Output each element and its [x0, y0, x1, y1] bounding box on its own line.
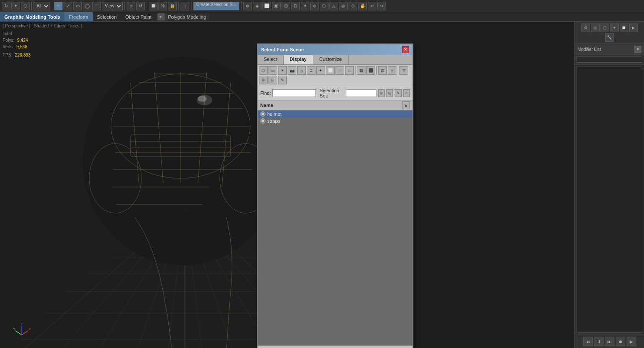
dt-icon-box[interactable]: ▭ [268, 66, 277, 75]
menu-graphite[interactable]: Graphite Modeling Tools [0, 12, 64, 21]
toolbar-sep-5 [178, 2, 179, 10]
toolbar-lasso-icon[interactable]: ⌒ [92, 2, 101, 10]
toolbar-bone-icon[interactable]: ⌇ [181, 2, 189, 10]
toolbar-icon-extra14[interactable]: ↩ [368, 2, 376, 10]
dt-icon-grid2[interactable]: ▦ [357, 66, 366, 75]
rpb-icon-prev-frame[interactable]: ⏮ [583, 337, 593, 346]
svg-point-22 [83, 57, 283, 265]
toolbar-icon-extra12[interactable]: ⊙ [349, 2, 357, 10]
dialog-ss-btn-2[interactable]: ⊟ [386, 89, 393, 97]
toolbar-icon-extra13[interactable]: 🖐 [358, 2, 367, 10]
rp-icon-anim[interactable]: ▶ [629, 23, 638, 32]
toolbar-icon-extra1[interactable]: ⊕ [243, 2, 252, 10]
dt-icon-helper[interactable]: △ [297, 66, 306, 75]
dt-icon-fill[interactable]: ⬛ [366, 66, 375, 75]
toolbar-lock-icon[interactable]: 🔒 [168, 2, 177, 10]
toolbar-percent-icon[interactable]: % [158, 2, 167, 10]
dialog-tab-customize[interactable]: Customize [313, 55, 349, 64]
dt-icon-tree[interactable]: ≡ [388, 66, 396, 75]
menu-selection[interactable]: Selection [93, 12, 121, 21]
select-from-scene-dialog: Select From Scene ✕ Select Display Custo… [257, 44, 413, 348]
dialog-tab-select[interactable]: Select [258, 55, 284, 64]
dialog-ss-btn-1[interactable]: ⊕ [378, 89, 385, 97]
dialog-ss-btn-3[interactable]: ✎ [395, 89, 401, 97]
viewport-area[interactable]: [ Perspective ] [ Shaded + Edged Faces ]… [0, 22, 574, 348]
menu-object-paint[interactable]: Object Paint [121, 12, 156, 21]
dt-icon-particles[interactable]: 〰 [335, 66, 344, 75]
menu-pin[interactable]: ▾ [158, 13, 164, 20]
dialog-list[interactable]: helmet straps [258, 110, 413, 345]
dt-icon-filter[interactable]: ▽ [399, 66, 408, 75]
dialog-title: Select From Scene [261, 47, 304, 52]
verts-value: 9,568 [17, 44, 27, 50]
toolbar-icon-extra8[interactable]: ⊕ [310, 2, 319, 10]
toolbar-icon-extra2[interactable]: ◈ [253, 2, 262, 10]
toolbar-sep-6 [191, 2, 191, 10]
item-radio-helmet [260, 111, 265, 117]
rp-icon-display[interactable]: ⚙ [581, 23, 590, 32]
svg-point-44 [198, 96, 207, 102]
toolbar-icon-extra11[interactable]: ◎ [339, 2, 348, 10]
toolbar-move-icon[interactable]: ✛ [127, 2, 135, 10]
toolbar-icon-3[interactable]: ⬡ [21, 2, 30, 10]
list-item-helmet[interactable]: helmet [258, 110, 413, 117]
toolbar-icon-extra3[interactable]: ⬜ [262, 2, 271, 10]
toolbar-icon-extra7[interactable]: ✦ [301, 2, 309, 10]
stats-overlay: Total Polys: 9,424 Verts: 9,568 FPS: 226… [3, 30, 30, 58]
modifier-content [577, 67, 642, 333]
rp-icon-util[interactable]: 🔧 [605, 33, 614, 42]
toolbar-icon-1[interactable]: ↻ [2, 2, 10, 10]
toolbar-icon-2[interactable]: ✦ [11, 2, 20, 10]
dialog-ss-btn-highlight[interactable]: ☆ [403, 89, 410, 97]
right-panel: ⚙ ◎ ⬡ ☀ 🔲 ▶ 🔧 Modifier List ▼ ⏮ ⏸ ⏭ ⏺ ▶ [574, 22, 644, 348]
toolbar-icon-extra6[interactable]: ⊟ [291, 2, 300, 10]
dialog-find-label: Find: [260, 90, 271, 96]
rp-icon-camera[interactable]: 🔲 [620, 23, 628, 32]
toolbar-icon-extra15[interactable]: ↪ [377, 2, 386, 10]
dialog-close-button[interactable]: ✕ [402, 46, 409, 53]
rpb-icon-pause[interactable]: ⏸ [594, 337, 604, 346]
color-swatch[interactable] [577, 57, 642, 63]
toolbar-icon-extra9[interactable]: ⬡ [320, 2, 329, 10]
toolbar-icon-extra4[interactable]: ▣ [272, 2, 281, 10]
dt-icon-light[interactable]: ☀ [278, 66, 287, 75]
polygon-modeling-label: Polygon Modeling [164, 13, 209, 20]
dt-icon-remove[interactable]: ⊟ [268, 76, 277, 84]
dialog-list-sort-asc[interactable]: ▲ [402, 101, 410, 109]
svg-text:X: X [29, 327, 30, 331]
rp-icon-render[interactable]: ◎ [591, 23, 600, 32]
toolbar-icon-extra5[interactable]: ⊞ [282, 2, 290, 10]
view-dropdown[interactable]: View [102, 2, 123, 10]
toolbar-rotate-icon[interactable]: ↺ [136, 2, 145, 10]
menu-freeform[interactable]: Freeform [64, 12, 93, 21]
dt-icon-list[interactable]: ▤ [378, 66, 387, 75]
modifier-list-dropdown[interactable]: ▼ [634, 46, 641, 53]
dt-icon-highlight[interactable]: ✎ [278, 76, 287, 84]
select-all-dropdown[interactable]: All [34, 2, 50, 10]
rpb-icon-settings[interactable]: ▶ [627, 337, 636, 346]
dt-icon-sphere[interactable]: ⬡ [259, 66, 268, 75]
rp-icon-shape[interactable]: ⬡ [600, 23, 609, 32]
toolbar-circle-icon[interactable]: ◯ [83, 2, 91, 10]
rpb-icon-next-frame[interactable]: ⏭ [605, 337, 614, 346]
toolbar-select-icon[interactable]: ↖ [54, 2, 63, 10]
dt-icon-grid[interactable]: ⌂ [345, 66, 354, 75]
dt-icon-space[interactable]: ⊙ [307, 66, 315, 75]
dialog-selection-set-input[interactable] [346, 89, 376, 97]
toolbar-transform-icon[interactable]: ⤢ [64, 2, 72, 10]
list-item-straps[interactable]: straps [258, 117, 413, 124]
dt-icon-bones[interactable]: ✦ [316, 66, 325, 75]
toolbar-rect-icon[interactable]: ▭ [73, 2, 82, 10]
dt-icon-camera[interactable]: 📷 [288, 66, 296, 75]
rp-icon-light[interactable]: ☀ [610, 23, 619, 32]
dt-icon-add[interactable]: ⊕ [259, 76, 268, 84]
dialog-list-header-name: Name [260, 103, 273, 108]
toolbar-icon-extra10[interactable]: △ [329, 2, 338, 10]
dialog-tab-display[interactable]: Display [284, 55, 313, 64]
toolbar-snap-icon[interactable]: 🔲 [149, 2, 158, 10]
rpb-icon-record[interactable]: ⏺ [616, 337, 625, 346]
dialog-toolbar: ⬡ ▭ ☀ 📷 △ ⊙ ✦ ⬜ 〰 ⌂ ▦ ⬛ ▤ ≡ [258, 65, 413, 86]
dt-icon-shapes[interactable]: ⬜ [326, 66, 335, 75]
dialog-find-input[interactable] [272, 89, 316, 97]
create-selection-btn[interactable]: Create Selection S... [193, 2, 239, 10]
